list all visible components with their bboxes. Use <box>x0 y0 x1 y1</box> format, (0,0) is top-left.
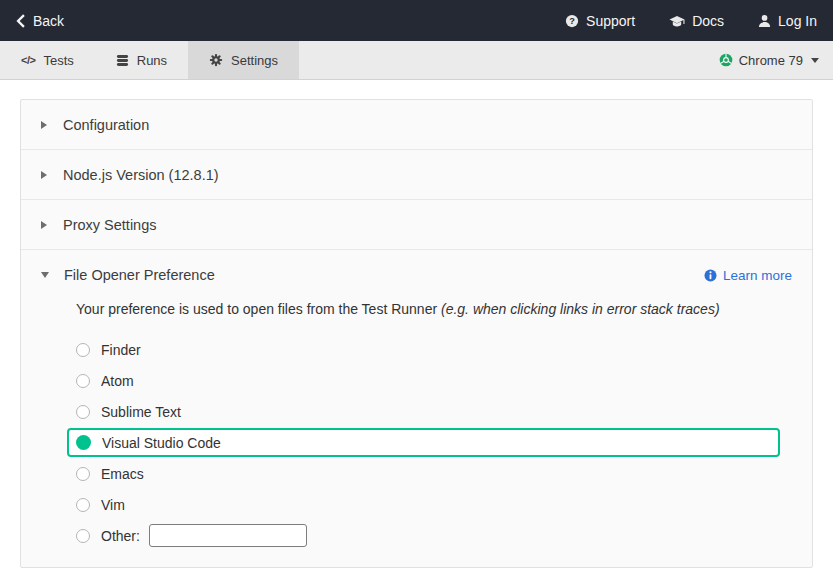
browser-selector[interactable]: Chrome 79 <box>705 41 833 79</box>
radio-icon <box>76 405 90 419</box>
question-circle-icon: ? <box>565 14 579 28</box>
docs-link[interactable]: Docs <box>669 13 724 29</box>
radio-option-visual-studio-code[interactable]: Visual Studio Code <box>67 428 780 457</box>
option-label: Atom <box>101 373 134 389</box>
info-circle-icon <box>704 269 717 282</box>
top-nav-links: ? Support Docs Log In <box>565 13 817 29</box>
tab-runs-label: Runs <box>137 53 167 68</box>
settings-card: Configuration Node.js Version (12.8.1) P… <box>20 99 813 568</box>
caret-down-icon <box>41 272 49 278</box>
database-icon <box>116 54 129 67</box>
file-opener-description: Your preference is used to open files fr… <box>21 300 812 332</box>
tab-settings[interactable]: Settings <box>188 41 299 79</box>
login-label: Log In <box>778 13 817 29</box>
option-label: Vim <box>101 497 125 513</box>
section-file-opener-preference: File Opener Preference Learn more Your p… <box>21 250 812 567</box>
radio-icon <box>76 529 90 543</box>
other-editor-input[interactable] <box>149 524 307 547</box>
code-icon: </> <box>21 54 35 66</box>
learn-more-link[interactable]: Learn more <box>704 268 792 283</box>
tab-tests-label: Tests <box>43 53 73 68</box>
section-file-opener-header[interactable]: File Opener Preference Learn more <box>21 250 812 300</box>
support-label: Support <box>586 13 635 29</box>
radio-option-sublime-text[interactable]: Sublime Text <box>67 396 780 427</box>
radio-option-vim[interactable]: Vim <box>67 489 780 520</box>
radio-option-atom[interactable]: Atom <box>67 365 780 396</box>
graduation-cap-icon <box>669 14 685 28</box>
gear-icon <box>209 53 223 67</box>
section-title: Node.js Version (12.8.1) <box>63 167 219 183</box>
back-button[interactable]: Back <box>16 13 64 29</box>
radio-option-finder[interactable]: Finder <box>67 334 780 365</box>
settings-page: Configuration Node.js Version (12.8.1) P… <box>0 99 833 568</box>
file-opener-options: Finder Atom Sublime Text Visual Studio C… <box>21 332 812 567</box>
section-nodejs-version[interactable]: Node.js Version (12.8.1) <box>21 150 812 200</box>
radio-option-emacs[interactable]: Emacs <box>67 458 780 489</box>
tab-runs[interactable]: Runs <box>95 41 188 79</box>
docs-label: Docs <box>692 13 724 29</box>
option-label: Visual Studio Code <box>102 435 221 451</box>
tab-settings-label: Settings <box>231 53 278 68</box>
section-title: Proxy Settings <box>63 217 157 233</box>
login-link[interactable]: Log In <box>758 13 817 29</box>
radio-icon <box>76 467 90 481</box>
tabs: </> Tests Runs Settings <box>0 41 299 79</box>
radio-option-other[interactable]: Other: <box>67 520 780 551</box>
back-label: Back <box>33 13 64 29</box>
caret-down-icon <box>811 58 819 63</box>
section-proxy-settings[interactable]: Proxy Settings <box>21 200 812 250</box>
option-label: Sublime Text <box>101 404 181 420</box>
section-title: Configuration <box>63 117 149 133</box>
radio-icon <box>76 498 90 512</box>
option-label: Finder <box>101 342 141 358</box>
top-navbar: Back ? Support Docs Log In <box>0 0 833 41</box>
project-tabbar: </> Tests Runs Settings Chrome 79 <box>0 41 833 80</box>
user-icon <box>758 14 771 28</box>
svg-text:?: ? <box>569 16 575 26</box>
chrome-icon <box>719 53 733 67</box>
option-label: Emacs <box>101 466 144 482</box>
caret-right-icon <box>41 121 47 129</box>
support-link[interactable]: ? Support <box>565 13 635 29</box>
caret-right-icon <box>41 221 47 229</box>
radio-icon <box>76 343 90 357</box>
caret-right-icon <box>41 171 47 179</box>
browser-label: Chrome 79 <box>739 53 803 68</box>
section-title: File Opener Preference <box>64 267 215 283</box>
learn-more-label: Learn more <box>723 268 792 283</box>
option-label: Other: <box>101 528 140 544</box>
section-configuration[interactable]: Configuration <box>21 100 812 150</box>
radio-icon <box>76 374 90 388</box>
tab-tests[interactable]: </> Tests <box>0 41 95 79</box>
radio-selected-icon <box>76 435 91 450</box>
chevron-left-icon <box>16 14 26 28</box>
